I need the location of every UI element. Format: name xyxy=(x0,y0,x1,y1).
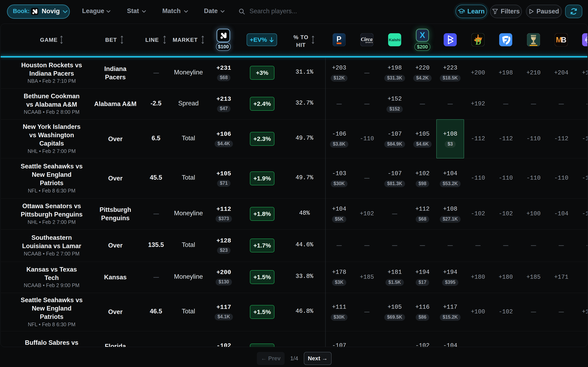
svg-text:B: B xyxy=(561,36,567,44)
svg-text:X: X xyxy=(420,31,425,40)
svg-text:D: D xyxy=(476,37,481,46)
svg-text:Hard: Hard xyxy=(585,38,588,42)
svg-text:P: P xyxy=(337,35,341,43)
svg-text:SPORTS: SPORTS xyxy=(365,42,373,43)
svg-text:Kalshi: Kalshi xyxy=(389,38,400,42)
svg-text:Circa: Circa xyxy=(361,36,373,42)
